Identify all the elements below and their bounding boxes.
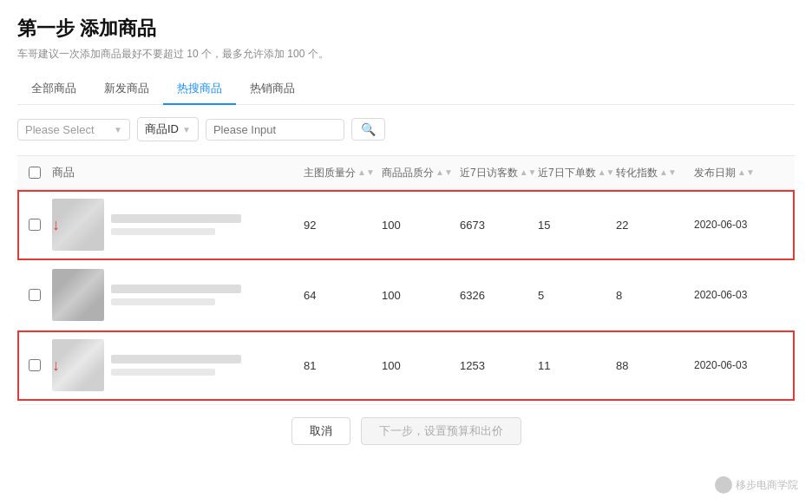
tab-hot-search[interactable]: 热搜商品 [163,74,236,105]
filter-bar: Please Select ▼ 商品ID ▼ 🔍 [17,117,795,141]
row2-main-quality: 64 [304,289,382,302]
row3-product-quality: 100 [382,359,460,372]
table-row: ↓ 81 100 1253 11 88 2020-06-03 [17,331,795,401]
row1-checkbox[interactable] [29,219,41,231]
row2-product-thumb [52,269,104,321]
row3-product-detail [111,369,215,376]
footer: 取消 下一步，设置预算和出价 [17,404,795,454]
header-product: 商品 [52,165,304,180]
select-all-checkbox[interactable] [29,167,41,179]
product-table: 商品 主图质量分 ▲▼ 商品品质分 ▲▼ 近7日访客数 ▲▼ 近7日下单数 ▲▼… [17,155,795,401]
row2-product-detail [111,298,215,305]
row1-main-quality: 92 [304,219,382,232]
header-date: 发布日期 ▲▼ [694,166,781,180]
header-orders: 近7日下单数 ▲▼ [538,166,616,180]
header-main-quality: 主图质量分 ▲▼ [304,166,382,180]
row1-date: 2020-06-03 [694,219,781,231]
watermark: 移步电商学院 [715,476,798,494]
header-visitors: 近7日访客数 ▲▼ [460,166,538,180]
field-label-text: 商品ID [145,121,179,137]
next-button[interactable]: 下一步，设置预算和出价 [361,417,521,445]
table-header: 商品 主图质量分 ▲▼ 商品品质分 ▲▼ 近7日访客数 ▲▼ 近7日下单数 ▲▼… [17,156,795,190]
row3-checkbox[interactable] [29,359,41,371]
row3-date: 2020-06-03 [694,359,781,371]
watermark-text: 移步电商学院 [736,478,798,493]
search-button[interactable]: 🔍 [351,118,385,141]
row1-checkbox-col: ↓ [17,219,52,231]
tab-hot-sales[interactable]: 热销商品 [236,74,309,105]
row2-visitors: 6326 [460,289,538,302]
row2-product-info [111,285,304,305]
row3-product-cell [52,339,304,391]
row2-product-quality: 100 [382,289,460,302]
category-select[interactable]: Please Select ▼ [17,119,130,141]
tabs-bar: 全部商品 新发商品 热搜商品 热销商品 [17,74,795,105]
tab-all[interactable]: 全部商品 [17,74,90,105]
row3-orders: 11 [538,359,616,372]
row2-product-name [111,285,241,293]
row3-main-quality: 81 [304,359,382,372]
row2-checkbox[interactable] [29,289,41,301]
row3-red-arrow: ↓ [52,357,60,375]
row1-product-thumb [52,199,104,251]
category-select-arrow: ▼ [114,125,122,134]
row1-product-cell [52,199,304,251]
row2-date: 2020-06-03 [694,289,781,301]
page-container: 第一步 添加商品 车哥建议一次添加商品最好不要超过 10 个，最多允许添加 10… [0,0,812,454]
row1-product-detail [111,228,215,235]
cancel-button[interactable]: 取消 [291,417,350,445]
row3-product-thumb [52,339,104,391]
page-subtitle: 车哥建议一次添加商品最好不要超过 10 个，最多允许添加 100 个。 [17,47,795,62]
sort-date-icon[interactable]: ▲▼ [737,168,755,177]
search-input[interactable] [206,119,344,141]
sort-orders-icon[interactable]: ▲▼ [598,168,615,177]
row3-product-info [111,355,304,376]
field-label-arrow: ▼ [182,125,191,134]
row1-product-name [111,214,241,223]
sort-visitors-icon[interactable]: ▲▼ [520,168,537,177]
row1-orders: 15 [538,219,616,232]
row1-conversion: 22 [616,219,694,232]
header-conversion: 转化指数 ▲▼ [616,166,694,180]
field-label-tag[interactable]: 商品ID ▼ [137,117,199,141]
row3-conversion: 88 [616,359,694,372]
tab-new[interactable]: 新发商品 [90,74,163,105]
row1-red-arrow: ↓ [52,216,60,234]
row2-orders: 5 [538,289,616,302]
row1-product-quality: 100 [382,219,460,232]
row3-visitors: 1253 [460,359,538,372]
watermark-icon [715,476,732,494]
row1-visitors: 6673 [460,219,538,232]
table-row: ↓ 92 100 6673 15 22 2020-06-03 [17,190,795,260]
header-product-quality: 商品品质分 ▲▼ [382,166,460,180]
sort-conversion-icon[interactable]: ▲▼ [659,168,677,177]
header-checkbox-col [17,167,52,179]
table-row: 64 100 6326 5 8 2020-06-03 [17,260,795,331]
row3-product-name [111,355,241,363]
sort-product-quality-icon[interactable]: ▲▼ [435,168,453,177]
row2-product-cell [52,269,304,321]
row2-checkbox-col [17,289,52,301]
category-select-text: Please Select [25,123,95,136]
page-title: 第一步 添加商品 [17,16,795,42]
sort-main-quality-icon[interactable]: ▲▼ [357,168,375,177]
row2-conversion: 8 [616,289,694,302]
row1-product-info [111,214,304,235]
row3-checkbox-col: ↓ [17,359,52,371]
